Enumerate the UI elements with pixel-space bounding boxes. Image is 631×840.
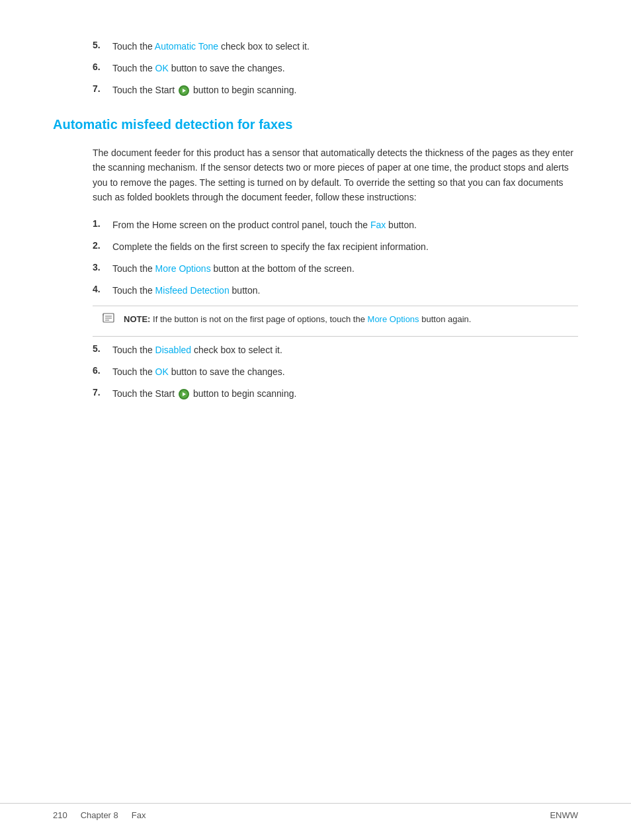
final-steps: 5. Touch the Disabled check box to selec… (93, 343, 578, 401)
final-step-text-5: Touch the Disabled check box to select i… (112, 343, 282, 357)
footer-right: ENWW (550, 810, 578, 820)
more-options-link-1: More Options (155, 263, 211, 274)
main-step-4: 4. Touch the Misfeed Detection button. (93, 284, 578, 298)
page: 5. Touch the Automatic Tone check box to… (0, 0, 631, 840)
step-number-7: 7. (93, 83, 112, 94)
automatic-tone-link: Automatic Tone (155, 41, 218, 52)
main-step-2: 2. Complete the fields on the first scre… (93, 240, 578, 254)
misfeed-detection-link: Misfeed Detection (155, 285, 230, 296)
section-heading: Automatic misfeed detection for faxes (53, 117, 578, 132)
main-step-text-2: Complete the fields on the first screen … (112, 240, 429, 254)
final-step-7: 7. Touch the Start button to begin scann… (93, 387, 578, 401)
main-step-3: 3. Touch the More Options button at the … (93, 262, 578, 276)
enww-label: ENWW (550, 810, 578, 820)
step-number-6: 6. (93, 62, 112, 72)
main-steps: 1. From the Home screen on the product c… (93, 218, 578, 298)
intro-step-7: 7. Touch the Start button to begin scann… (93, 83, 578, 97)
note-icon (103, 313, 118, 329)
main-step-text-1: From the Home screen on the product cont… (112, 218, 417, 232)
note-box: NOTE: If the button is not on the first … (93, 306, 578, 337)
final-step-text-7: Touch the Start button to begin scanning… (112, 387, 296, 401)
step-text-5: Touch the Automatic Tone check box to se… (112, 40, 310, 54)
main-step-number-3: 3. (93, 262, 112, 273)
main-step-number-2: 2. (93, 240, 112, 251)
footer-left: 210 Chapter 8 Fax (53, 810, 146, 820)
note-text: NOTE: If the button is not on the first … (124, 313, 471, 326)
final-step-text-6: Touch the OK button to save the changes. (112, 365, 285, 379)
final-step-number-6: 6. (93, 365, 112, 376)
ok-link-2: OK (155, 366, 169, 377)
main-step-text-3: Touch the More Options button at the bot… (112, 262, 355, 276)
note-label: NOTE: (124, 314, 150, 324)
step-number-5: 5. (93, 40, 112, 50)
start-icon-1 (179, 85, 189, 96)
main-step-text-4: Touch the Misfeed Detection button. (112, 284, 260, 298)
start-icon-2 (179, 389, 189, 399)
final-step-number-5: 5. (93, 343, 112, 354)
page-number: 210 (53, 810, 67, 820)
step-text-6: Touch the OK button to save the changes. (112, 62, 285, 75)
final-step-number-7: 7. (93, 387, 112, 398)
section-label: Fax (132, 810, 146, 820)
intro-step-6: 6. Touch the OK button to save the chang… (93, 62, 578, 75)
intro-steps: 5. Touch the Automatic Tone check box to… (93, 40, 578, 97)
step-text-7: Touch the Start button to begin scanning… (112, 83, 296, 97)
disabled-link: Disabled (155, 345, 191, 355)
main-step-number-1: 1. (93, 218, 112, 229)
footer: 210 Chapter 8 Fax ENWW (0, 803, 631, 820)
fax-link: Fax (370, 220, 386, 230)
intro-step-5: 5. Touch the Automatic Tone check box to… (93, 40, 578, 54)
chapter-label: Chapter 8 (81, 810, 118, 820)
main-step-number-4: 4. (93, 284, 112, 294)
final-step-6: 6. Touch the OK button to save the chang… (93, 365, 578, 379)
final-step-5: 5. Touch the Disabled check box to selec… (93, 343, 578, 357)
more-options-link-2: More Options (368, 314, 419, 324)
body-text: The document feeder for this product has… (93, 146, 578, 205)
ok-link-1: OK (155, 63, 169, 73)
main-step-1: 1. From the Home screen on the product c… (93, 218, 578, 232)
